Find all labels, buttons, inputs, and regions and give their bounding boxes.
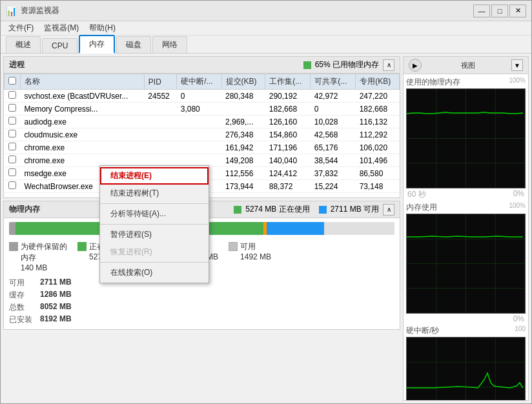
- row-checkbox[interactable]: [8, 130, 16, 137]
- ctx-end-process[interactable]: 结束进程(E): [100, 167, 209, 185]
- table-row[interactable]: cloudmusic.exe 276,348 154,860 42,568 11…: [5, 128, 400, 141]
- chart-hard-interrupt: 硬中断/秒 100: [406, 325, 526, 400]
- row-private: 182,668: [356, 103, 400, 116]
- row-shared: 15,224: [311, 180, 356, 193]
- chart-hwint-label: 硬中断/秒 100: [406, 325, 526, 336]
- ctx-end-process-tree[interactable]: 结束进程树(T): [100, 185, 209, 202]
- chart-container: 使用的物理内存 100%: [404, 74, 528, 400]
- col-pid[interactable]: PID: [144, 74, 176, 90]
- legend-free: 可用 1492 MB: [229, 241, 271, 272]
- row-checkbox-cell[interactable]: [5, 103, 21, 116]
- row-private: 112,292: [356, 128, 400, 141]
- mem-avail-label: 可用: [9, 278, 35, 288]
- row-checkbox[interactable]: [8, 104, 16, 112]
- row-workingset: 88,372: [265, 180, 311, 193]
- table-row[interactable]: audiodg.exe 2,969,... 126,160 10,028 116…: [5, 116, 400, 128]
- legend-hardware-color: [9, 242, 18, 251]
- col-commit[interactable]: 提交(KB): [221, 74, 265, 90]
- row-checkbox[interactable]: [8, 168, 16, 176]
- mem-detail-col: 可用 2711 MB 缓存 1286 MB 总数 8052 MB 已安装: [9, 278, 72, 325]
- mem-total-label: 总数: [9, 302, 35, 313]
- ctx-search-online[interactable]: 在线搜索(O): [100, 264, 209, 281]
- tab-network[interactable]: 网络: [152, 36, 187, 53]
- row-pid: [144, 116, 176, 128]
- mem-cache-label: 缓存: [9, 290, 35, 301]
- table-row[interactable]: svchost.exe (BcastDVRUser... 24552 0 280…: [5, 90, 400, 103]
- restore-button[interactable]: □: [491, 5, 508, 17]
- tab-cpu[interactable]: CPU: [42, 38, 77, 53]
- row-pid: [144, 128, 176, 141]
- table-row[interactable]: Memory Compressi... 3,080 182,668 0 182,…: [5, 103, 400, 116]
- row-workingset: 154,860: [265, 128, 311, 141]
- memory-expand-button[interactable]: ∧: [383, 204, 394, 216]
- mem-detail-installed: 已安装 8192 MB: [9, 314, 72, 325]
- menu-help[interactable]: 帮助(H): [84, 21, 121, 35]
- col-hwint[interactable]: 硬中断/...: [177, 74, 221, 90]
- ctx-suspend[interactable]: 暂停进程(S): [100, 226, 209, 243]
- process-expand-button[interactable]: ∧: [383, 59, 394, 71]
- row-commit: 276,348: [221, 128, 265, 141]
- col-workingset[interactable]: 工作集(...: [265, 74, 311, 90]
- row-checkbox[interactable]: [8, 143, 16, 150]
- tab-memory[interactable]: 内存: [79, 35, 115, 54]
- row-workingset: 124,412: [265, 167, 311, 180]
- row-workingset: 171,196: [265, 141, 311, 154]
- view-dropdown-button[interactable]: ▼: [511, 59, 523, 71]
- row-workingset: 182,668: [265, 103, 311, 116]
- select-all-checkbox[interactable]: [8, 77, 16, 85]
- legend-inuse-color: [77, 242, 87, 251]
- main-window: 📊 资源监视器 — □ ✕ 文件(F) 监视器(M) 帮助(H) 概述 CPU …: [0, 0, 532, 404]
- process-status-text: 65% 已用物理内存: [315, 59, 379, 70]
- row-checkbox-cell[interactable]: [5, 128, 21, 141]
- ctx-sep-3: [100, 262, 209, 263]
- row-checkbox[interactable]: [8, 156, 16, 163]
- chart-memusage-max: 100%: [509, 202, 526, 213]
- row-checkbox-cell[interactable]: [5, 167, 21, 180]
- col-shared[interactable]: 可共享(...: [311, 74, 356, 90]
- tab-overview[interactable]: 概述: [6, 36, 41, 53]
- mem-detail-cached: 缓存 1286 MB: [9, 290, 72, 301]
- process-status: 65% 已用物理内存 ∧: [303, 59, 394, 71]
- col-private[interactable]: 专用(KB): [356, 74, 400, 90]
- row-workingset: 126,160: [265, 116, 311, 128]
- chart-physical-time: 60 秒: [407, 189, 426, 200]
- minimize-button[interactable]: —: [473, 5, 490, 17]
- chart-hwint-title: 硬中断/秒: [406, 325, 439, 336]
- row-checkbox-cell[interactable]: [5, 154, 21, 167]
- row-shared: 65,176: [311, 141, 356, 154]
- row-hwint: 0: [177, 90, 221, 103]
- table-row[interactable]: chrome.exe 161,942 171,196 65,176 106,02…: [5, 141, 400, 154]
- row-name: audiodg.exe: [21, 116, 145, 128]
- ctx-analyze-wait[interactable]: 分析等待链(A)...: [100, 205, 209, 223]
- row-commit: 161,942: [221, 141, 265, 154]
- tab-disk[interactable]: 磁盘: [116, 36, 151, 53]
- mem-install-val: 8192 MB: [40, 314, 72, 325]
- row-checkbox-cell[interactable]: [5, 141, 21, 154]
- title-bar: 📊 资源监视器 — □ ✕: [1, 1, 531, 21]
- row-checkbox[interactable]: [8, 91, 16, 99]
- mem-inuse-text: 5274 MB 正在使用: [245, 204, 309, 215]
- row-hwint: 3,080: [177, 103, 221, 116]
- row-checkbox[interactable]: [8, 181, 16, 189]
- row-shared: 42,568: [311, 128, 356, 141]
- mem-avail-val: 2711 MB: [40, 278, 72, 288]
- close-button[interactable]: ✕: [509, 5, 526, 17]
- row-checkbox-cell[interactable]: [5, 180, 21, 193]
- menu-monitor[interactable]: 监视器(M): [39, 21, 84, 35]
- right-nav-button[interactable]: ▶: [409, 59, 422, 72]
- chart-hwint-area: [406, 337, 526, 400]
- menu-file[interactable]: 文件(F): [3, 21, 39, 35]
- row-checkbox-cell[interactable]: [5, 90, 21, 103]
- row-checkbox-cell[interactable]: [5, 116, 21, 128]
- chart-memusage-svg: [407, 214, 525, 313]
- chart-hwint-max: 100: [515, 325, 526, 336]
- memory-bar-segment-standby: [267, 222, 324, 235]
- ctx-sep-1: [100, 203, 209, 204]
- row-shared: 37,832: [311, 167, 356, 180]
- row-shared: 42,972: [311, 90, 356, 103]
- col-name[interactable]: 名称: [21, 74, 145, 90]
- col-checkbox[interactable]: [5, 74, 21, 90]
- app-icon: 📊: [6, 6, 17, 16]
- row-pid: [144, 141, 176, 154]
- row-checkbox[interactable]: [8, 117, 16, 125]
